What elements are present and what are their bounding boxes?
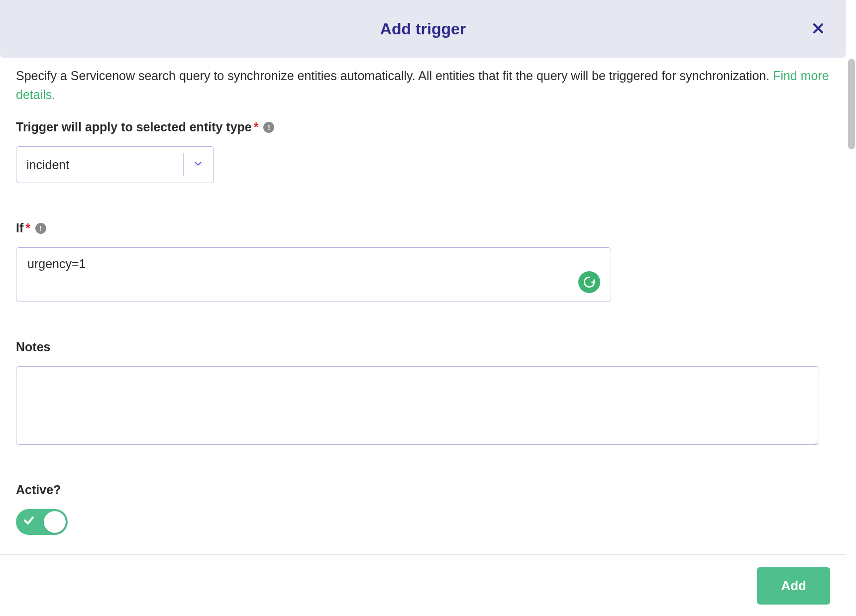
if-label-text: If bbox=[16, 221, 23, 235]
if-query-input[interactable] bbox=[16, 247, 611, 302]
info-icon[interactable]: ! bbox=[35, 223, 46, 234]
description-text: Specify a Servicenow search query to syn… bbox=[16, 67, 830, 104]
notes-label: Notes bbox=[16, 340, 50, 354]
toggle-knob bbox=[44, 511, 66, 533]
entity-type-field-group: Trigger will apply to selected entity ty… bbox=[16, 120, 830, 221]
active-label: Active? bbox=[16, 483, 61, 497]
entity-type-label: Trigger will apply to selected entity ty… bbox=[16, 120, 274, 134]
check-icon bbox=[23, 514, 35, 529]
modal-body: Specify a Servicenow search query to syn… bbox=[0, 58, 846, 554]
info-icon[interactable]: ! bbox=[263, 122, 274, 133]
active-field-group: Active? bbox=[16, 483, 830, 535]
modal-footer: Add bbox=[0, 554, 846, 616]
if-input-wrapper bbox=[16, 247, 611, 304]
chevron-down-icon bbox=[193, 158, 204, 171]
required-indicator: * bbox=[254, 120, 259, 134]
entity-type-select[interactable]: incident bbox=[16, 146, 214, 183]
close-button[interactable] bbox=[809, 18, 827, 40]
scrollbar[interactable] bbox=[848, 59, 855, 149]
entity-type-value: incident bbox=[26, 158, 183, 172]
active-toggle[interactable] bbox=[16, 509, 68, 535]
notes-input[interactable] bbox=[16, 366, 819, 445]
add-button[interactable]: Add bbox=[757, 567, 830, 605]
modal-title: Add trigger bbox=[380, 20, 466, 38]
select-divider bbox=[183, 153, 184, 176]
if-label: If* ! bbox=[16, 221, 46, 235]
close-icon bbox=[813, 21, 823, 36]
required-indicator: * bbox=[25, 221, 30, 235]
entity-type-label-text: Trigger will apply to selected entity ty… bbox=[16, 120, 252, 134]
if-field-group: If* ! bbox=[16, 221, 830, 304]
grammarly-icon[interactable] bbox=[578, 271, 600, 293]
description-prefix: Specify a Servicenow search query to syn… bbox=[16, 69, 773, 83]
modal-header: Add trigger bbox=[0, 0, 846, 58]
notes-field-group: Notes bbox=[16, 340, 830, 447]
add-trigger-modal: Add trigger Specify a Servicenow search … bbox=[0, 0, 846, 616]
